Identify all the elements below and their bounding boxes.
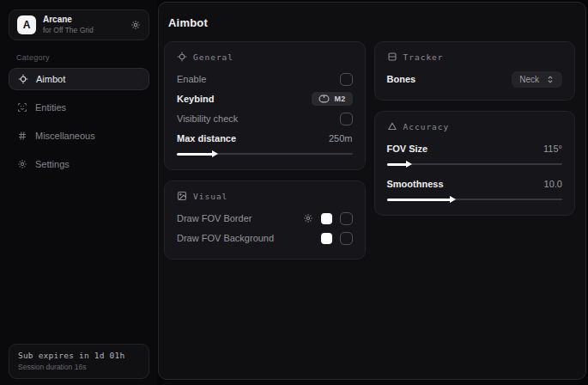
scan-icon	[387, 52, 397, 62]
main-panel: Aimbot General	[158, 2, 586, 380]
scan-face-icon	[17, 102, 27, 113]
setting-row-max-distance: Max distance 250m	[177, 129, 353, 148]
fov-size-slider[interactable]	[387, 161, 563, 168]
session-duration-text: Session duration 16s	[18, 363, 140, 371]
setting-label: Draw FOV Background	[177, 233, 274, 243]
crosshair-icon	[177, 52, 187, 62]
image-icon	[177, 191, 187, 201]
sidebar-item-label: Aimbot	[36, 74, 65, 84]
card-tracker: Tracker Bones Neck	[374, 41, 576, 101]
setting-label: Visibility check	[177, 113, 238, 124]
setting-label: FOV Size	[387, 144, 428, 154]
setting-row-draw-fov-background: Draw FOV Background	[177, 229, 353, 248]
setting-label: Keybind	[177, 94, 214, 104]
setting-row-fov-size: FOV Size 115°	[387, 139, 563, 158]
setting-row-smoothness: Smoothness 10.0	[387, 174, 563, 193]
gear-icon	[17, 159, 27, 169]
fov-background-color-swatch[interactable]	[321, 233, 332, 244]
crosshair-icon	[18, 74, 28, 84]
setting-label: Max distance	[177, 133, 236, 144]
max-distance-slider[interactable]	[177, 150, 353, 158]
setting-row-bones: Bones Neck	[387, 70, 563, 89]
slider-thumb[interactable]	[450, 196, 456, 203]
setting-row-draw-fov-border: Draw FOV Border	[177, 209, 353, 228]
enable-checkbox[interactable]	[340, 73, 353, 86]
right-column: Tracker Bones Neck	[374, 41, 576, 216]
card-title: General	[193, 52, 233, 62]
draw-fov-border-checkbox[interactable]	[340, 212, 353, 225]
brand-card: A Arcane for Off The Grid	[9, 9, 149, 40]
sidebar-item-settings[interactable]: Settings	[9, 153, 149, 175]
left-column: General Enable Keybind	[164, 41, 366, 260]
mouse-icon	[318, 95, 330, 103]
sidebar-item-label: Miscellaneous	[35, 131, 95, 141]
sidebar-item-label: Entities	[35, 102, 66, 113]
card-accuracy: Accuracy FOV Size 115° Smoothness	[374, 111, 576, 216]
fov-border-color-swatch[interactable]	[321, 213, 332, 224]
subscription-card: Sub expires in 1d 01h Session duration 1…	[9, 344, 149, 379]
gear-icon[interactable]	[130, 20, 141, 30]
sidebar-item-label: Settings	[35, 159, 70, 169]
setting-label: Enable	[177, 74, 206, 84]
app-logo: A	[17, 15, 36, 34]
card-title: Accuracy	[403, 122, 450, 131]
smoothness-slider[interactable]	[387, 196, 563, 204]
setting-label: Draw FOV Border	[177, 213, 252, 223]
logo-letter: A	[23, 19, 31, 31]
keybind-button[interactable]: M2	[312, 92, 352, 106]
slider-thumb[interactable]	[212, 150, 218, 157]
sidebar-nav: Aimbot Entities Miscella	[0, 68, 157, 175]
max-distance-value: 250m	[329, 133, 353, 144]
visibility-check-checkbox[interactable]	[340, 113, 353, 125]
hash-icon	[17, 131, 27, 141]
setting-label: Bones	[387, 74, 416, 84]
keybind-value: M2	[334, 95, 345, 103]
card-title: Visual	[193, 192, 227, 201]
smoothness-value: 10.0	[544, 179, 562, 189]
triangle-icon	[387, 121, 397, 131]
setting-row-keybind: Keybind M2	[177, 89, 353, 108]
fov-size-value: 115°	[543, 144, 562, 154]
card-general: General Enable Keybind	[164, 41, 366, 170]
app-subtitle: for Off The Grid	[43, 26, 124, 35]
bones-selected-value: Neck	[519, 75, 539, 84]
slider-thumb[interactable]	[406, 161, 412, 168]
page-title: Aimbot	[168, 16, 575, 29]
sub-expiry-text: Sub expires in 1d 01h	[18, 351, 140, 360]
sidebar-item-miscellaneous[interactable]: Miscellaneous	[9, 125, 149, 147]
app-name: Arcane	[43, 15, 124, 26]
sidebar-item-entities[interactable]: Entities	[9, 96, 149, 119]
card-title: Tracker	[403, 52, 444, 62]
sidebar: A Arcane for Off The Grid Category	[0, 0, 157, 385]
gear-icon[interactable]	[303, 213, 313, 223]
app-root: A Arcane for Off The Grid Category	[0, 0, 588, 385]
draw-fov-background-checkbox[interactable]	[340, 232, 353, 245]
setting-row-visibility-check: Visibility check	[177, 109, 353, 128]
setting-label: Smoothness	[387, 179, 444, 189]
card-visual: Visual Draw FOV Border	[164, 180, 366, 260]
chevrons-up-down-icon	[546, 75, 555, 84]
category-label: Category	[16, 53, 157, 62]
setting-row-enable: Enable	[177, 70, 353, 89]
sidebar-item-aimbot[interactable]: Aimbot	[9, 68, 149, 90]
bones-select[interactable]: Neck	[512, 71, 562, 88]
